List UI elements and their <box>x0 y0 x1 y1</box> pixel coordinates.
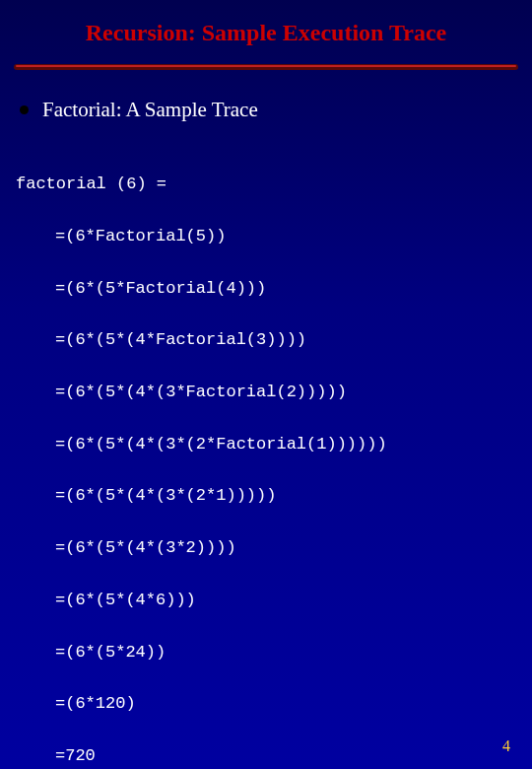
code-line: =(6*(5*(4*Factorial(3)))) <box>16 327 532 353</box>
page-number: 4 <box>502 737 510 755</box>
code-line: =(6*Factorial(5)) <box>16 224 532 249</box>
code-line: =(6*(5*(4*(3*(2*Factorial(1)))))) <box>16 432 532 457</box>
bullet-item: Factorial: A Sample Trace <box>0 70 532 140</box>
code-line: =(6*(5*(4*(3*2)))) <box>16 535 532 561</box>
code-trace: factorial (6) = =(6*Factorial(5)) =(6*(5… <box>0 140 532 769</box>
code-line: =(6*(5*Factorial(4))) <box>16 276 532 302</box>
bullet-text: Factorial: A Sample Trace <box>42 98 258 122</box>
slide: Recursion: Sample Execution Trace Factor… <box>0 0 532 769</box>
code-line: factorial (6) = <box>16 172 532 197</box>
slide-title: Recursion: Sample Execution Trace <box>0 20 532 56</box>
code-line: =(6*(5*(4*(3*(2*1))))) <box>16 483 532 509</box>
code-line: =(6*(5*24)) <box>16 640 532 665</box>
code-line: =(6*120) <box>16 691 532 717</box>
code-line: =(6*(5*(4*6))) <box>16 588 532 613</box>
code-line: =(6*(5*(4*(3*Factorial(2))))) <box>16 380 532 405</box>
code-line: =720 <box>16 743 532 769</box>
title-underline <box>0 64 532 70</box>
bullet-dot-icon <box>20 105 29 114</box>
